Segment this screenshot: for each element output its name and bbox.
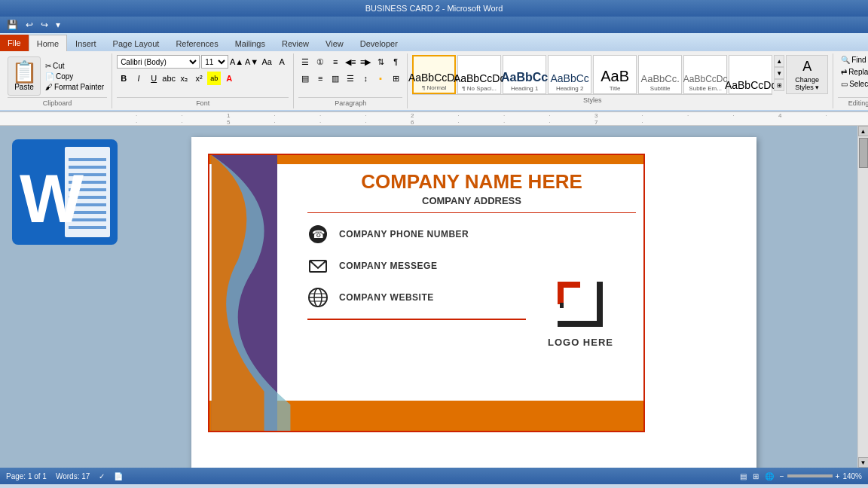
tab-review[interactable]: Review: [274, 35, 317, 51]
scroll-up-button[interactable]: ▲: [858, 126, 869, 136]
clear-format-button[interactable]: Aa: [260, 55, 274, 69]
format-painter-button[interactable]: 🖌 Format Painter: [42, 82, 107, 92]
font-controls: Calibri (Body) 11 A▲ A▼ Aa A B I U abc x…: [117, 55, 289, 97]
tab-view[interactable]: View: [317, 35, 352, 51]
card-divider: [307, 319, 526, 320]
style-subtitle-preview: AaBbCc.: [640, 74, 679, 84]
change-styles-label: ChangeStyles ▾: [795, 76, 819, 91]
style-subtle-button[interactable]: AaBbCcDc Subtle Em...: [683, 55, 727, 94]
copy-button[interactable]: 📄 Copy: [42, 72, 107, 81]
cut-button[interactable]: ✂ Cut: [42, 61, 107, 71]
shading-button[interactable]: ▪: [374, 72, 387, 85]
zoom-slider[interactable]: [787, 474, 833, 477]
style-nospace-button[interactable]: AaBbCcDc ¶ No Spaci...: [457, 55, 501, 94]
subscript-button[interactable]: x₂: [177, 72, 191, 85]
customize-icon[interactable]: ▾: [53, 19, 63, 31]
shrink-font-button[interactable]: A▼: [245, 55, 258, 69]
phone-text: COMPANY PHONE NUMBER: [339, 229, 469, 239]
font-group: Calibri (Body) 11 A▲ A▼ Aa A B I U abc x…: [112, 53, 294, 108]
change-styles-button[interactable]: A ChangeStyles ▾: [786, 55, 828, 94]
styles-scroll-down[interactable]: ▼: [774, 67, 784, 79]
align-right-button[interactable]: ▥: [329, 72, 342, 85]
zoom-out-button[interactable]: −: [780, 472, 784, 480]
tab-references[interactable]: References: [167, 35, 226, 51]
word-count: Words: 17: [56, 472, 90, 480]
ribbon-content: 📋 Paste ✂ Cut 📄 Copy 🖌 Format Painter Cl…: [0, 51, 868, 111]
scroll-thumb[interactable]: [859, 138, 868, 168]
styles-expand[interactable]: ⊞: [774, 79, 784, 91]
style-title-button[interactable]: AaB Title: [593, 55, 637, 94]
undo-icon[interactable]: ↩: [23, 19, 35, 31]
borders-button[interactable]: ⊞: [389, 72, 402, 85]
language-icon[interactable]: 📄: [114, 472, 123, 480]
italic-button[interactable]: I: [132, 72, 145, 85]
clipboard-group: 📋 Paste ✂ Cut 📄 Copy 🖌 Format Painter Cl…: [3, 53, 112, 108]
increase-indent-button[interactable]: ≡▶: [359, 55, 372, 69]
replace-button[interactable]: ⇄ Replace: [838, 67, 868, 77]
tab-mailings[interactable]: Mailings: [227, 35, 274, 51]
align-left-button[interactable]: ▤: [298, 72, 312, 85]
title-bar: BUSINESS CARD 2 - Microsoft Word: [0, 0, 868, 17]
message-item: COMPANY MESSEGE: [307, 255, 636, 276]
styles-label: Styles: [412, 94, 772, 104]
style-extra-preview: AaBbCcDc: [725, 80, 776, 90]
tab-page-layout[interactable]: Page Layout: [105, 35, 168, 51]
align-center-button[interactable]: ≡: [313, 72, 327, 85]
bold-button[interactable]: B: [117, 72, 130, 85]
card-content: COMPANY NAME HERE COMPANY ADDRESS ☎ COMP…: [307, 170, 636, 393]
decrease-indent-button[interactable]: ◀≡: [344, 55, 357, 69]
highlight-button[interactable]: ab: [207, 72, 221, 85]
bullets-button[interactable]: ☰: [298, 55, 312, 69]
scroll-down-button[interactable]: ▼: [858, 457, 869, 468]
svg-rect-25: [597, 282, 603, 327]
select-button[interactable]: ▭ Select ▾: [838, 79, 868, 89]
find-button[interactable]: 🔍 Find ▾: [838, 55, 868, 65]
paragraph-group: ☰ ① ≡ ◀≡ ≡▶ ⇅ ¶ ▤ ≡ ▥ ☰ ↕ ▪ ⊞: [294, 53, 408, 108]
paste-button[interactable]: 📋 Paste: [8, 56, 41, 96]
strikethrough-button[interactable]: abc: [162, 72, 176, 85]
view-fullscreen-icon[interactable]: ⊞: [753, 472, 759, 480]
numbering-button[interactable]: ①: [313, 55, 327, 69]
font-color-button[interactable]: A: [222, 72, 236, 85]
company-address: COMPANY ADDRESS: [307, 195, 636, 213]
style-subtle-preview: AaBbCcDc: [683, 75, 728, 84]
show-hide-button[interactable]: ¶: [389, 55, 402, 69]
style-nospace-preview: AaBbCcDc: [454, 73, 505, 84]
sort-button[interactable]: ⇅: [374, 55, 387, 69]
style-normal-button[interactable]: AaBbCcDc ¶ Normal: [412, 55, 456, 94]
styles-group: AaBbCcDc ¶ Normal AaBbCcDc ¶ No Spaci...…: [408, 53, 833, 108]
style-subtitle-button[interactable]: AaBbCc. Subtitle: [638, 55, 682, 94]
phone-icon: ☎: [307, 224, 329, 245]
style-h1-button[interactable]: AaBbCc Heading 1: [503, 55, 546, 94]
grow-font-button[interactable]: A▲: [230, 55, 243, 69]
svg-text:☎: ☎: [312, 228, 325, 240]
view-web-icon[interactable]: 🌐: [765, 472, 774, 480]
line-spacing-button[interactable]: ↕: [359, 72, 372, 85]
title-text: BUSINESS CARD 2 - Microsoft Word: [365, 4, 503, 13]
font-name-select[interactable]: Calibri (Body): [117, 55, 200, 69]
redo-icon[interactable]: ↪: [38, 19, 50, 31]
ribbon-tabs: File Home Insert Page Layout References …: [0, 33, 868, 51]
justify-button[interactable]: ☰: [344, 72, 357, 85]
style-extra-button[interactable]: AaBbCcDc: [729, 55, 772, 94]
underline-button[interactable]: U: [147, 72, 160, 85]
page-info: Page: 1 of 1: [6, 472, 47, 480]
save-icon[interactable]: 💾: [5, 19, 20, 31]
tab-insert[interactable]: Insert: [67, 35, 105, 51]
styles-scroll-up[interactable]: ▲: [774, 55, 784, 67]
font-size-select[interactable]: 11: [201, 55, 228, 69]
style-h2-button[interactable]: AaBbCc Heading 2: [548, 55, 591, 94]
vertical-scrollbar: ▲ ▼: [857, 126, 868, 468]
tab-file[interactable]: File: [0, 35, 29, 51]
paragraph-bottom-row: ▤ ≡ ▥ ☰ ↕ ▪ ⊞: [298, 72, 402, 85]
message-text: COMPANY MESSEGE: [339, 261, 437, 271]
view-print-icon[interactable]: ▤: [740, 472, 747, 480]
text-effect-button[interactable]: A: [275, 55, 289, 69]
tab-home[interactable]: Home: [29, 35, 67, 51]
superscript-button[interactable]: x²: [192, 72, 206, 85]
tab-developer[interactable]: Developer: [352, 35, 406, 51]
styles-scroll-controls: ▲ ▼ ⊞: [774, 55, 784, 91]
spell-check-icon[interactable]: ✓: [99, 472, 105, 480]
multilevel-button[interactable]: ≡: [329, 55, 342, 69]
zoom-in-button[interactable]: +: [836, 472, 840, 480]
